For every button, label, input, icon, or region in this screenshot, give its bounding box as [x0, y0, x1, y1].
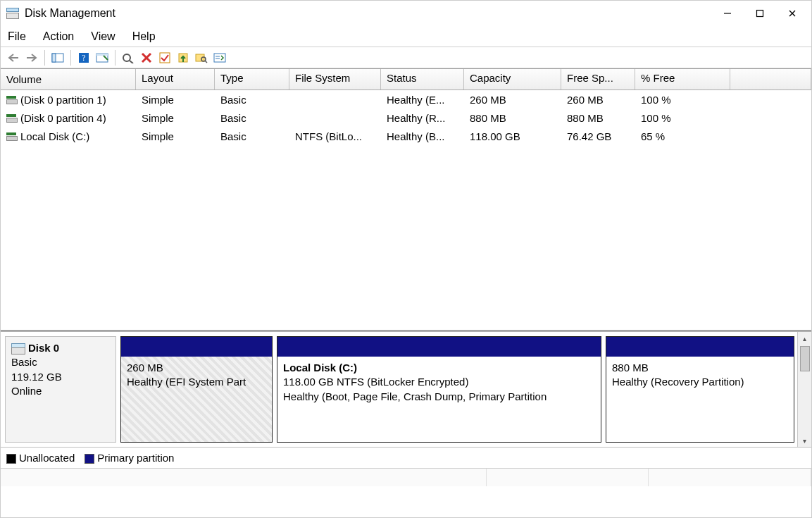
refresh-icon	[122, 52, 135, 63]
status-bar	[1, 468, 811, 486]
apply-button[interactable]	[156, 49, 173, 66]
svg-point-7	[123, 54, 130, 61]
volume-name: (Disk 0 partition 4)	[20, 112, 106, 124]
volume-row[interactable]: Local Disk (C:) Simple Basic NTFS (BitLo…	[1, 127, 811, 145]
maximize-button[interactable]	[744, 3, 776, 24]
scroll-thumb[interactable]	[800, 346, 810, 371]
disk-info-panel[interactable]: Disk 0 Basic 119.12 GB Online	[5, 336, 116, 443]
new-icon	[177, 52, 189, 63]
volume-row[interactable]: (Disk 0 partition 4) Simple Basic Health…	[1, 109, 811, 127]
new-button[interactable]	[175, 49, 192, 66]
partition-color-bar	[121, 337, 272, 357]
volume-status: Healthy (E...	[381, 92, 464, 107]
volume-free: 260 MB	[561, 92, 635, 107]
menu-file[interactable]: File	[8, 30, 26, 43]
volume-pct: 100 %	[635, 92, 730, 107]
menu-action[interactable]: Action	[43, 30, 74, 43]
disk-state: Online	[11, 384, 110, 398]
column-header-capacity[interactable]: Capacity	[464, 69, 561, 90]
volume-type: Basic	[215, 129, 289, 144]
maximize-icon	[756, 9, 764, 18]
partition-color-bar	[606, 337, 794, 357]
column-header-layout[interactable]: Layout	[136, 69, 215, 90]
menu-view[interactable]: View	[91, 30, 115, 43]
column-header-fs[interactable]: File System	[289, 69, 381, 90]
scroll-up-icon[interactable]: ▴	[798, 332, 811, 345]
toolbar-separator	[70, 50, 71, 66]
console-tree-icon	[51, 52, 64, 63]
disk-name: Disk 0	[28, 341, 59, 355]
refresh-button[interactable]	[120, 49, 137, 66]
volume-name: (Disk 0 partition 1)	[20, 94, 106, 106]
partition[interactable]: Local Disk (C:) 118.00 GB NTFS (BitLocke…	[277, 336, 601, 443]
partition-status: Healthy (Recovery Partition)	[612, 375, 788, 389]
status-segment	[487, 469, 649, 486]
options-icon	[213, 53, 226, 63]
delete-icon	[141, 52, 152, 63]
volume-status: Healthy (B...	[381, 129, 464, 144]
disk-icon	[11, 343, 24, 353]
options-button[interactable]	[211, 49, 228, 66]
svg-text:?: ?	[82, 53, 85, 63]
svg-rect-0	[757, 11, 763, 17]
disk-row[interactable]: Disk 0 Basic 119.12 GB Online 260 MB Hea…	[1, 332, 797, 447]
volume-row[interactable]: (Disk 0 partition 1) Simple Basic Health…	[1, 90, 811, 109]
toolbar: ?	[1, 47, 811, 68]
disk-management-window: Disk Management File Action View Help	[0, 0, 812, 518]
status-segment	[1, 469, 487, 486]
show-hide-tree-button[interactable]	[49, 49, 66, 66]
help-button[interactable]: ?	[75, 49, 92, 66]
forward-button[interactable]	[23, 49, 40, 66]
partition-size: 118.00 GB NTFS (BitLocker Encrypted)	[283, 375, 595, 389]
volume-free: 76.42 GB	[561, 129, 635, 144]
back-button[interactable]	[5, 49, 22, 66]
legend: Unallocated Primary partition	[1, 447, 811, 468]
swatch-primary-icon	[85, 454, 94, 464]
forward-arrow-icon	[25, 53, 38, 63]
toolbar-separator	[44, 50, 45, 66]
volume-list-body[interactable]: (Disk 0 partition 1) Simple Basic Health…	[1, 90, 811, 330]
volume-icon	[6, 96, 16, 103]
diskview-scrollbar[interactable]: ▴ ▾	[797, 332, 811, 447]
check-icon	[159, 52, 170, 63]
volume-capacity: 118.00 GB	[464, 129, 561, 144]
volume-layout: Simple	[136, 129, 215, 144]
volume-status: Healthy (R...	[381, 111, 464, 125]
svg-rect-10	[196, 54, 204, 61]
volume-fs	[289, 98, 381, 101]
volume-fs	[289, 116, 381, 119]
app-icon	[6, 8, 19, 19]
minimize-button[interactable]	[711, 3, 744, 24]
partition-status: Healthy (EFI System Part	[127, 375, 266, 389]
explore-button[interactable]	[193, 49, 210, 66]
properties-icon	[96, 52, 108, 63]
column-header-blank[interactable]	[730, 69, 811, 90]
properties-button[interactable]	[94, 49, 111, 66]
legend-unallocated: Unallocated	[6, 452, 75, 464]
partition[interactable]: 260 MB Healthy (EFI System Part	[120, 336, 273, 443]
volume-type: Basic	[215, 92, 289, 107]
column-header-free[interactable]: Free Sp...	[561, 69, 635, 90]
delete-button[interactable]	[138, 49, 155, 66]
column-header-volume[interactable]: Volume	[1, 69, 136, 90]
volume-name: Local Disk (C:)	[20, 130, 89, 142]
disk-type: Basic	[11, 355, 110, 369]
close-icon	[788, 9, 797, 18]
volume-pct: 100 %	[635, 111, 730, 125]
legend-primary: Primary partition	[85, 452, 174, 464]
partition[interactable]: 880 MB Healthy (Recovery Partition)	[606, 336, 794, 443]
column-header-pct[interactable]: % Free	[635, 69, 730, 90]
disk-graphical-view: Disk 0 Basic 119.12 GB Online 260 MB Hea…	[1, 331, 811, 447]
volume-layout: Simple	[136, 111, 215, 125]
column-header-status[interactable]: Status	[381, 69, 464, 90]
status-segment	[649, 469, 811, 486]
window-title: Disk Management	[25, 7, 115, 20]
minimize-icon	[723, 9, 732, 18]
scroll-down-icon[interactable]: ▾	[798, 434, 811, 447]
menu-help[interactable]: Help	[132, 30, 156, 43]
close-button[interactable]	[776, 3, 808, 24]
svg-rect-2	[52, 54, 56, 62]
disk-size: 119.12 GB	[11, 370, 110, 384]
volume-icon	[6, 114, 16, 121]
column-header-type[interactable]: Type	[215, 69, 289, 90]
